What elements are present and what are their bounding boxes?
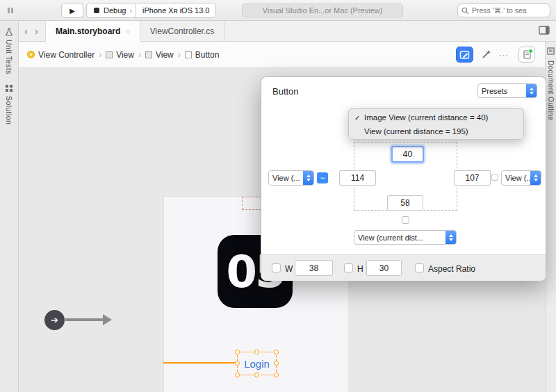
solution-icon <box>5 84 13 92</box>
bottom-constraint-checkbox[interactable] <box>402 216 409 224</box>
designer-toolbar: ··· <box>456 47 535 63</box>
leading-constraint-line <box>163 362 238 364</box>
top-distance-field[interactable] <box>391 146 424 163</box>
nav-arrows: ‹ › <box>19 25 45 37</box>
right-distance-field[interactable] <box>454 170 491 186</box>
sidebar-item-solution[interactable]: Solution <box>5 84 13 124</box>
breadcrumb-view-1[interactable]: View <box>106 50 134 60</box>
forward-button[interactable]: › <box>35 25 38 37</box>
device-label: iPhone Xʀ iOS 13.0 <box>142 6 209 15</box>
crumb-label: View Controller <box>38 50 95 60</box>
document-outline-icon[interactable] <box>547 47 555 55</box>
device-selector[interactable]: iPhone Xʀ iOS 13.0 <box>136 3 216 18</box>
height-field[interactable] <box>366 260 402 276</box>
tab-viewcontroller-cs[interactable]: ViewController.cs <box>140 21 224 42</box>
check-icon: ✓ <box>354 114 364 122</box>
tab-modified-icon[interactable]: ○ <box>126 28 129 35</box>
chevron-icon: › <box>99 50 101 60</box>
menu-item-view[interactable]: View (current distance = 195) <box>349 124 523 138</box>
width-checkbox[interactable] <box>272 263 281 272</box>
sidebar-item-unit-tests[interactable]: Unit Tests <box>5 28 13 74</box>
solution-label: Solution <box>5 96 13 124</box>
popover-title: Button <box>272 86 299 97</box>
aspect-ratio-checkbox[interactable] <box>415 263 424 272</box>
login-button[interactable]: Login <box>237 352 277 375</box>
debug-config-button[interactable]: Debug › <box>86 3 139 18</box>
minus-icon: − <box>320 174 325 182</box>
aspect-ratio-label: Aspect Ratio <box>428 264 475 274</box>
editor-tabbar: ‹ › Main.storyboard ○ ViewController.cs <box>19 21 556 42</box>
selection-handle[interactable] <box>235 373 240 377</box>
selection-handle[interactable] <box>274 361 279 366</box>
dropdown-stepper-icon <box>530 171 541 185</box>
dropdown-stepper-icon <box>445 231 456 244</box>
crumb-label: View <box>156 50 174 60</box>
left-anchor-label: View (... <box>269 171 303 185</box>
presets-label: Presets <box>478 84 526 97</box>
crumb-label: Button <box>195 50 220 60</box>
more-options-button[interactable]: ··· <box>499 51 509 59</box>
selection-handle[interactable] <box>235 361 240 366</box>
unit-tests-label: Unit Tests <box>5 40 13 74</box>
right-anchor-dropdown[interactable]: View (... <box>501 170 541 186</box>
breadcrumb: View Controller › View › View › Button ·… <box>19 42 545 68</box>
constraint-editing-button[interactable] <box>456 47 473 63</box>
left-distance-field[interactable] <box>339 170 376 186</box>
run-button[interactable]: ▶ <box>61 3 83 18</box>
tab-label: ViewController.cs <box>150 26 214 36</box>
bottom-anchor-dropdown[interactable]: View (current dist... <box>354 230 457 245</box>
presets-dropdown[interactable]: Presets <box>477 83 537 98</box>
selection-handle[interactable] <box>254 373 259 377</box>
bottom-distance-field[interactable] <box>387 195 423 211</box>
view-icon <box>145 51 152 58</box>
chevron-icon: › <box>129 6 132 15</box>
play-icon: ▶ <box>70 7 75 15</box>
dropdown-stepper-icon <box>526 84 537 97</box>
view-controller-icon <box>27 51 35 58</box>
right-anchor-label: View (... <box>502 171 530 185</box>
selection-handle[interactable] <box>254 350 259 354</box>
breadcrumb-button[interactable]: Button <box>185 50 220 60</box>
debug-target-icon <box>93 7 100 14</box>
width-label: W <box>285 264 293 274</box>
entry-arrowhead <box>103 314 112 325</box>
anchor-target-menu: ✓ Image View (current distance = 40) Vie… <box>348 108 524 140</box>
button-icon <box>185 51 192 58</box>
remove-constraint-button[interactable]: − <box>317 172 328 183</box>
left-anchor-dropdown[interactable]: View (... <box>268 170 314 186</box>
menu-item-image-view[interactable]: ✓ Image View (current distance = 40) <box>349 111 523 124</box>
panel-toggle-button[interactable] <box>539 25 556 38</box>
search-input[interactable] <box>472 6 546 15</box>
chevron-icon: › <box>178 50 181 60</box>
window-title: Visual Studio En...or Mac (Preview) <box>242 3 403 17</box>
right-pad-rail: Document Outline <box>545 42 556 392</box>
breadcrumb-view-2[interactable]: View <box>145 50 174 60</box>
selection-handle[interactable] <box>274 350 279 354</box>
document-outline-label[interactable]: Document Outline <box>547 60 555 120</box>
dropdown-stepper-icon <box>303 171 313 185</box>
login-button-label: Login <box>244 358 270 370</box>
width-field[interactable] <box>295 260 333 276</box>
debug-label: Debug <box>104 6 126 15</box>
bottom-anchor-label: View (current dist... <box>354 231 445 244</box>
right-constraint-checkbox[interactable] <box>491 174 498 181</box>
menu-item-label: Image View (current distance = 40) <box>364 113 488 122</box>
selection-handle[interactable] <box>235 350 240 354</box>
titlebar: ▶ Debug › iPhone Xʀ iOS 13.0 Visual Stud… <box>0 0 556 21</box>
preview-document-button[interactable] <box>518 47 535 63</box>
wand-tool-button[interactable] <box>477 47 495 63</box>
build-status-icon[interactable] <box>6 6 15 15</box>
menu-item-label: View (current distance = 195) <box>364 127 468 136</box>
search-icon <box>461 7 469 15</box>
breadcrumb-view-controller[interactable]: View Controller <box>27 50 95 60</box>
back-button[interactable]: ‹ <box>24 25 28 37</box>
storyboard-entry-point[interactable]: ➔ <box>44 310 65 330</box>
tab-main-storyboard[interactable]: Main.storyboard ○ <box>45 21 140 42</box>
crumb-label: View <box>116 50 134 60</box>
chevron-icon: › <box>138 50 141 60</box>
search-field[interactable] <box>457 3 550 17</box>
height-checkbox[interactable] <box>344 263 353 272</box>
tab-label: Main.storyboard <box>56 26 120 36</box>
selection-handle[interactable] <box>274 373 279 377</box>
app-window: ▶ Debug › iPhone Xʀ iOS 13.0 Visual Stud… <box>0 0 556 392</box>
